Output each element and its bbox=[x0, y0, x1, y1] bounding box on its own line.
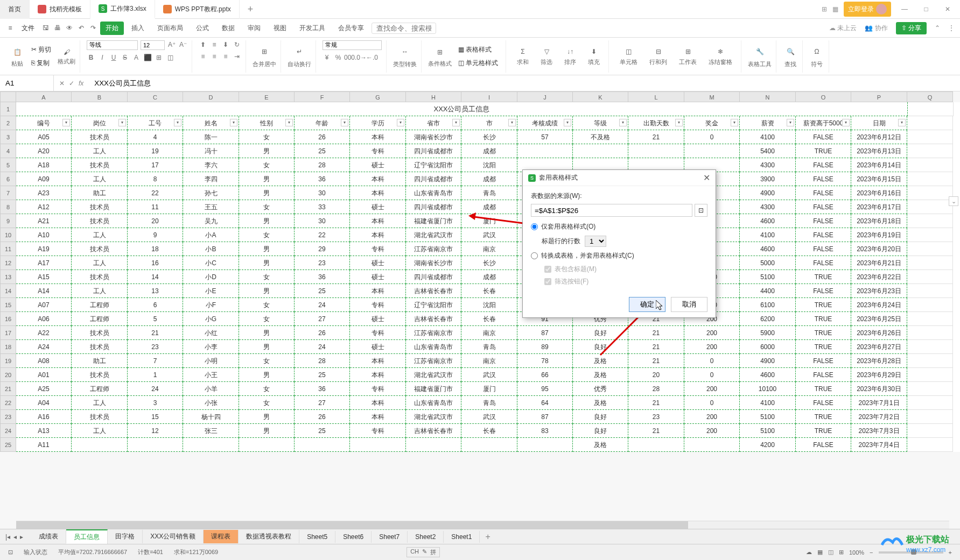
data-cell[interactable]: 福建省厦门市 bbox=[406, 214, 461, 228]
wrap-icon[interactable]: ↵ bbox=[292, 44, 307, 59]
data-cell[interactable]: A23 bbox=[16, 186, 72, 200]
data-cell[interactable]: 26 bbox=[295, 410, 350, 424]
sheet-tab[interactable]: Sheet6 bbox=[335, 531, 372, 543]
data-cell[interactable]: 男 bbox=[239, 424, 295, 438]
data-cell[interactable]: 17 bbox=[128, 158, 183, 172]
data-cell[interactable]: 技术员 bbox=[72, 130, 128, 144]
bold-icon[interactable]: B bbox=[87, 53, 95, 62]
data-cell[interactable]: 技术员 bbox=[72, 340, 128, 354]
data-cell[interactable]: 2023年7月1日 bbox=[851, 396, 907, 410]
data-cell[interactable]: 小张 bbox=[183, 396, 239, 410]
data-cell[interactable]: 0 bbox=[684, 368, 740, 382]
align-left-icon[interactable]: ≡ bbox=[199, 52, 207, 61]
data-cell[interactable]: 男 bbox=[239, 368, 295, 382]
data-cell[interactable]: 5100 bbox=[740, 424, 796, 438]
data-cell[interactable]: 26 bbox=[295, 326, 350, 340]
range-picker-button[interactable]: ⊡ bbox=[695, 204, 707, 217]
row-header[interactable]: 14 bbox=[0, 284, 16, 298]
data-cell[interactable]: TRUE bbox=[796, 312, 851, 326]
data-cell[interactable]: 女 bbox=[239, 382, 295, 396]
data-cell[interactable]: A05 bbox=[16, 130, 72, 144]
data-cell[interactable]: 20 bbox=[628, 368, 684, 382]
data-cell[interactable]: 男 bbox=[239, 256, 295, 270]
data-cell[interactable]: 4200 bbox=[740, 438, 796, 452]
data-cell[interactable]: 2023年6月18日 bbox=[851, 214, 907, 228]
copy-button[interactable]: ⎘ 复制 bbox=[28, 58, 54, 69]
row-header[interactable]: 7 bbox=[0, 186, 16, 200]
data-cell[interactable]: 2023年6月25日 bbox=[851, 312, 907, 326]
cell[interactable] bbox=[907, 144, 953, 158]
data-cell[interactable]: 200 bbox=[684, 424, 740, 438]
data-cell[interactable]: 技术员 bbox=[72, 158, 128, 172]
data-cell[interactable]: 青岛 bbox=[461, 340, 517, 354]
data-cell[interactable]: 5100 bbox=[740, 270, 796, 284]
data-cell[interactable]: 21 bbox=[628, 340, 684, 354]
data-cell[interactable]: A20 bbox=[16, 144, 72, 158]
data-cell[interactable]: A06 bbox=[16, 312, 72, 326]
cell[interactable] bbox=[907, 410, 953, 424]
data-cell[interactable]: 64 bbox=[517, 396, 573, 410]
data-cell[interactable]: 长沙 bbox=[461, 256, 517, 270]
data-cell[interactable]: 2023年6月22日 bbox=[851, 270, 907, 284]
data-cell[interactable]: 27 bbox=[295, 396, 350, 410]
data-cell[interactable]: 专科 bbox=[350, 326, 406, 340]
data-cell[interactable]: 19 bbox=[128, 144, 183, 158]
filter-dropdown-icon[interactable]: ▾ bbox=[174, 119, 181, 126]
sheet-next-icon[interactable]: ▸ bbox=[20, 533, 23, 541]
data-cell[interactable] bbox=[128, 438, 183, 452]
data-cell[interactable]: TRUE bbox=[796, 382, 851, 396]
data-cell[interactable]: 本科 bbox=[350, 396, 406, 410]
cell[interactable] bbox=[907, 368, 953, 382]
data-cell[interactable]: 本科 bbox=[350, 186, 406, 200]
tools-icon[interactable]: 🔧 bbox=[752, 44, 767, 59]
data-cell[interactable]: 57 bbox=[517, 130, 573, 144]
data-cell[interactable]: 南京 bbox=[461, 326, 517, 340]
header-cell[interactable]: 考核成绩▾ bbox=[517, 116, 573, 130]
data-cell[interactable]: A22 bbox=[16, 326, 72, 340]
data-cell[interactable]: 200 bbox=[684, 410, 740, 424]
data-cell[interactable]: 14 bbox=[128, 270, 183, 284]
data-cell[interactable]: 吴九 bbox=[183, 214, 239, 228]
data-cell[interactable] bbox=[573, 144, 628, 158]
data-cell[interactable]: 23 bbox=[128, 340, 183, 354]
command-search[interactable] bbox=[372, 23, 436, 34]
close-button[interactable]: ✕ bbox=[940, 3, 956, 16]
data-cell[interactable]: 工程师 bbox=[72, 312, 128, 326]
data-cell[interactable]: 2023年6月21日 bbox=[851, 256, 907, 270]
column-header[interactable]: L bbox=[628, 91, 684, 102]
data-cell[interactable]: 厦门 bbox=[461, 214, 517, 228]
data-cell[interactable]: 成都 bbox=[461, 270, 517, 284]
data-cell[interactable]: 本科 bbox=[350, 130, 406, 144]
data-cell[interactable]: A17 bbox=[16, 256, 72, 270]
data-cell[interactable]: 及格 bbox=[573, 368, 628, 382]
data-cell[interactable]: 20 bbox=[128, 214, 183, 228]
data-cell[interactable]: 23 bbox=[295, 256, 350, 270]
data-cell[interactable]: 专科 bbox=[350, 144, 406, 158]
tab-template[interactable]: 找稻壳模板 bbox=[30, 0, 90, 19]
data-cell[interactable]: TRUE bbox=[796, 340, 851, 354]
data-cell[interactable]: 87 bbox=[517, 326, 573, 340]
data-cell[interactable]: 及格 bbox=[573, 354, 628, 368]
data-cell[interactable]: 4600 bbox=[740, 242, 796, 256]
data-cell[interactable]: 小G bbox=[183, 312, 239, 326]
data-cell[interactable]: 本科 bbox=[350, 214, 406, 228]
cell-icon[interactable]: ◫ bbox=[623, 46, 634, 57]
redo-icon[interactable]: ↷ bbox=[88, 23, 98, 33]
data-cell[interactable]: FALSE bbox=[796, 396, 851, 410]
data-cell[interactable]: 83 bbox=[517, 424, 573, 438]
sheet-tab[interactable]: 成绩表 bbox=[31, 530, 66, 543]
cell[interactable] bbox=[907, 298, 953, 312]
data-cell[interactable] bbox=[684, 144, 740, 158]
cell[interactable] bbox=[907, 242, 953, 256]
header-cell[interactable]: 薪资▾ bbox=[740, 116, 796, 130]
data-cell[interactable]: A13 bbox=[16, 424, 72, 438]
data-cell[interactable]: 小李 bbox=[183, 340, 239, 354]
data-cell[interactable]: 湖南省长沙市 bbox=[406, 130, 461, 144]
tab-workbook[interactable]: S工作簿3.xlsx bbox=[90, 0, 155, 19]
cell[interactable] bbox=[907, 284, 953, 298]
select-all-corner[interactable] bbox=[0, 91, 16, 102]
data-cell[interactable]: 专科 bbox=[350, 298, 406, 312]
header-cell[interactable]: 出勤天数▾ bbox=[628, 116, 684, 130]
data-cell[interactable]: 四川省成都市 bbox=[406, 172, 461, 186]
row-header[interactable]: 2 bbox=[0, 116, 16, 130]
